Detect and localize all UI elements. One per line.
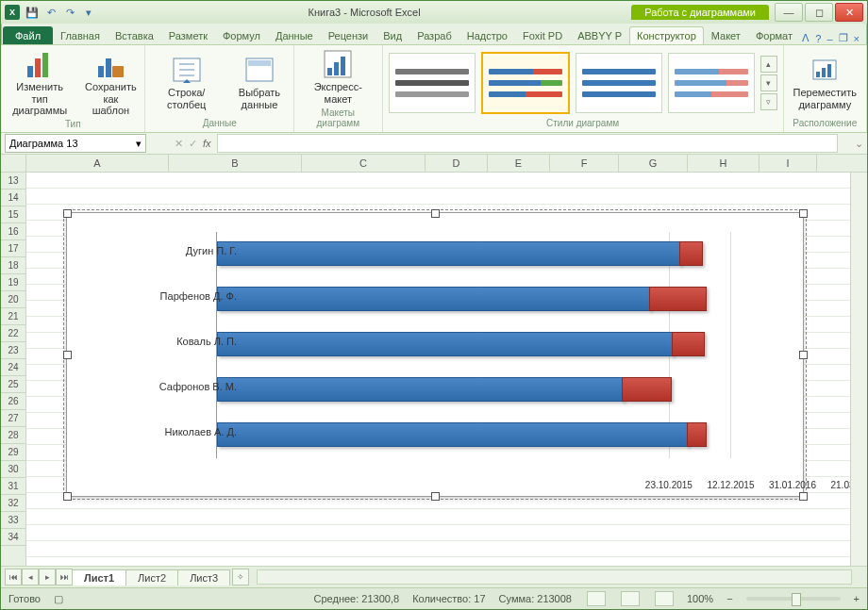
move-chart-button[interactable]: Переместить диаграмму	[790, 53, 860, 112]
row-header-21[interactable]: 21	[1, 308, 25, 325]
column-header-B[interactable]: B	[169, 155, 302, 172]
view-normal-icon[interactable]	[587, 591, 606, 606]
row-header-13[interactable]: 13	[1, 173, 25, 190]
name-box[interactable]: Диаграмма 13▾	[5, 134, 146, 153]
tab-chart-design[interactable]: Конструктор	[629, 26, 704, 44]
row-header-20[interactable]: 20	[1, 291, 25, 308]
zoom-level[interactable]: 100%	[687, 593, 713, 604]
minimize-button[interactable]: —	[775, 3, 803, 22]
row-header-14[interactable]: 14	[1, 190, 25, 206]
column-header-D[interactable]: D	[426, 155, 488, 172]
macro-record-icon[interactable]: ▢	[54, 593, 63, 605]
save-icon[interactable]: 💾	[24, 4, 41, 21]
select-data-button[interactable]: Выбрать данные	[231, 53, 288, 112]
selection-handle[interactable]	[799, 492, 808, 501]
undo-icon[interactable]: ↶	[42, 4, 59, 21]
row-header-33[interactable]: 33	[1, 512, 25, 529]
styles-scroll-down-icon[interactable]: ▾	[760, 74, 777, 91]
row-header-16[interactable]: 16	[1, 223, 25, 240]
tab-chart-format[interactable]: Формат	[748, 26, 800, 44]
help-icon[interactable]: ?	[815, 33, 821, 44]
view-page-layout-icon[interactable]	[621, 591, 640, 606]
chart-style-2[interactable]	[481, 52, 570, 114]
chart-style-4[interactable]	[668, 53, 755, 113]
doc-restore-icon[interactable]: ❐	[839, 32, 848, 44]
minimize-ribbon-icon[interactable]: ᐱ	[802, 32, 810, 44]
selection-handle[interactable]	[63, 209, 72, 218]
tab-page-layout[interactable]: Разметк	[161, 26, 215, 44]
row-header-29[interactable]: 29	[1, 444, 25, 461]
select-all-corner[interactable]	[1, 155, 26, 173]
save-as-template-button[interactable]: Сохранить как шаблон	[82, 47, 139, 119]
fx-icon[interactable]: fx	[203, 138, 211, 149]
doc-close-icon[interactable]: ×	[854, 33, 860, 44]
sheet-tab-2[interactable]: Лист2	[125, 569, 178, 585]
tab-data[interactable]: Данные	[268, 26, 321, 44]
row-header-30[interactable]: 30	[1, 461, 25, 478]
row-header-25[interactable]: 25	[1, 376, 25, 393]
switch-row-column-button[interactable]: Строка/столбец	[151, 53, 221, 112]
column-header-H[interactable]: H	[688, 155, 760, 172]
embedded-chart[interactable]: 23.10.201512.12.201531.01.201621.03.2016…	[66, 212, 804, 497]
styles-scroll-up-icon[interactable]: ▴	[760, 56, 777, 73]
maximize-button[interactable]: ◻	[805, 3, 833, 22]
horizontal-scrollbar[interactable]	[257, 569, 852, 585]
column-header-I[interactable]: I	[760, 155, 817, 172]
column-header-C[interactable]: C	[302, 155, 426, 172]
qat-dropdown-icon[interactable]: ▾	[80, 4, 97, 21]
change-chart-type-button[interactable]: Изменить тип диаграммы	[7, 47, 73, 119]
tab-chart-layout[interactable]: Макет	[704, 26, 748, 44]
tab-addins[interactable]: Надстро	[459, 26, 515, 44]
chart-style-1[interactable]	[389, 53, 476, 113]
row-header-22[interactable]: 22	[1, 325, 25, 342]
selection-handle[interactable]	[63, 351, 72, 359]
sheet-nav-last-icon[interactable]: ⏭	[56, 569, 73, 585]
tab-insert[interactable]: Вставка	[108, 26, 161, 44]
row-header-23[interactable]: 23	[1, 342, 25, 359]
row-header-34[interactable]: 34	[1, 529, 25, 546]
sheet-nav-prev-icon[interactable]: ◂	[22, 569, 39, 585]
namebox-dropdown-icon[interactable]: ▾	[136, 138, 142, 150]
row-header-31[interactable]: 31	[1, 478, 25, 495]
row-header-18[interactable]: 18	[1, 257, 25, 274]
selection-handle[interactable]	[431, 209, 440, 218]
formula-bar[interactable]	[217, 134, 838, 153]
sheet-nav-next-icon[interactable]: ▸	[39, 569, 56, 585]
zoom-slider[interactable]	[746, 597, 841, 601]
quick-layout-button[interactable]: Экспресс-макет	[300, 47, 376, 107]
view-page-break-icon[interactable]	[655, 591, 674, 606]
selection-handle[interactable]	[63, 492, 72, 501]
sheet-tab-1[interactable]: Лист1	[72, 569, 126, 585]
cell-grid[interactable]: 23.10.201512.12.201531.01.201621.03.2016…	[26, 173, 867, 566]
selection-handle[interactable]	[799, 209, 808, 218]
row-header-17[interactable]: 17	[1, 240, 25, 257]
redo-icon[interactable]: ↷	[61, 4, 78, 21]
column-header-A[interactable]: A	[26, 155, 169, 172]
tab-formulas[interactable]: Формул	[215, 26, 268, 44]
sheet-tab-3[interactable]: Лист3	[177, 569, 230, 585]
tab-view[interactable]: Вид	[376, 26, 409, 44]
row-header-32[interactable]: 32	[1, 495, 25, 512]
zoom-out-icon[interactable]: −	[726, 593, 732, 604]
row-header-26[interactable]: 26	[1, 393, 25, 410]
row-header-28[interactable]: 28	[1, 427, 25, 444]
zoom-in-icon[interactable]: +	[854, 593, 860, 604]
expand-formula-bar-icon[interactable]: ⌄	[855, 138, 863, 150]
tab-developer[interactable]: Разраб	[409, 26, 459, 44]
row-header-15[interactable]: 15	[1, 206, 25, 223]
chart-style-3[interactable]	[576, 53, 662, 113]
row-header-27[interactable]: 27	[1, 410, 25, 427]
enter-formula-icon[interactable]: ✓	[189, 138, 197, 150]
vertical-scrollbar[interactable]	[850, 173, 867, 566]
doc-minimize-icon[interactable]: –	[826, 33, 832, 44]
tab-review[interactable]: Рецензи	[321, 26, 376, 44]
cancel-formula-icon[interactable]: ✕	[175, 138, 183, 150]
column-header-F[interactable]: F	[550, 155, 619, 172]
selection-handle[interactable]	[799, 351, 808, 359]
tab-home[interactable]: Главная	[53, 26, 108, 44]
styles-more-icon[interactable]: ▿	[760, 93, 777, 110]
tab-foxit[interactable]: Foxit PD	[515, 26, 570, 44]
close-button[interactable]: ✕	[835, 3, 863, 22]
row-header-24[interactable]: 24	[1, 359, 25, 376]
tab-abbyy[interactable]: ABBYY P	[570, 26, 629, 44]
